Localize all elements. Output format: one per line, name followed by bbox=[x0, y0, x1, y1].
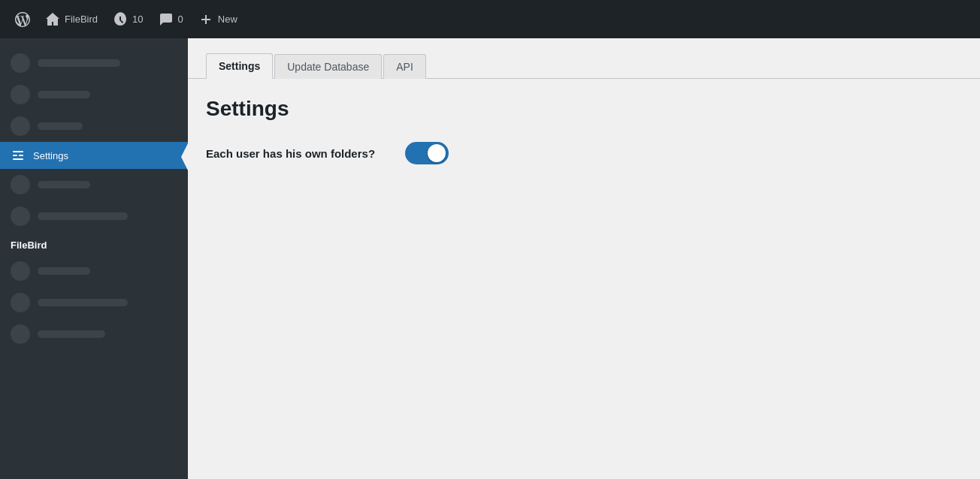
sidebar-item-1[interactable] bbox=[0, 47, 188, 79]
svg-rect-1 bbox=[19, 155, 23, 156]
tab-update-database[interactable]: Update Database bbox=[274, 54, 382, 79]
svg-rect-3 bbox=[13, 158, 23, 160]
toggle-thumb bbox=[428, 144, 446, 162]
comments-count: 0 bbox=[178, 14, 183, 25]
sidebar-item-settings[interactable]: Settings bbox=[0, 142, 188, 169]
sidebar-dot-5 bbox=[11, 206, 30, 226]
updates-icon bbox=[113, 12, 128, 27]
wordpress-icon bbox=[15, 12, 30, 27]
main-layout: Settings FileBird Settings Upd bbox=[0, 38, 980, 479]
comments-button[interactable]: 0 bbox=[153, 9, 189, 30]
sidebar-item-3[interactable] bbox=[0, 110, 188, 142]
sidebar-item-8[interactable] bbox=[0, 318, 188, 350]
user-folders-row: Each user has his own folders? bbox=[206, 142, 962, 164]
sidebar-label-2 bbox=[38, 91, 90, 98]
wp-logo-button[interactable] bbox=[9, 9, 36, 30]
settings-label: Settings bbox=[33, 150, 68, 161]
sidebar-item-7[interactable] bbox=[0, 287, 188, 318]
admin-bar: FileBird 10 0 New bbox=[0, 0, 980, 38]
sidebar-item-6[interactable] bbox=[0, 255, 188, 287]
sidebar-dot-4 bbox=[11, 175, 30, 194]
sidebar-dot-3 bbox=[11, 116, 30, 136]
new-label: New bbox=[218, 14, 237, 25]
svg-rect-0 bbox=[13, 155, 17, 156]
sidebar-dot-6 bbox=[11, 261, 30, 281]
toggle-track bbox=[405, 142, 449, 164]
settings-icon bbox=[11, 148, 26, 163]
sidebar-label-8 bbox=[38, 330, 105, 338]
sidebar-item-5[interactable] bbox=[0, 200, 188, 232]
tabs-bar: Settings Update Database API bbox=[188, 38, 980, 79]
updates-button[interactable]: 10 bbox=[107, 9, 149, 30]
sidebar-dot-1 bbox=[11, 53, 30, 73]
comments-icon bbox=[159, 12, 174, 27]
tab-api[interactable]: API bbox=[383, 54, 426, 79]
svg-rect-2 bbox=[13, 151, 23, 152]
home-icon bbox=[45, 12, 60, 27]
content-area: Settings Update Database API Settings Ea… bbox=[188, 38, 980, 479]
sidebar-label-6 bbox=[38, 267, 90, 275]
updates-count: 10 bbox=[132, 14, 143, 25]
sidebar-dot-7 bbox=[11, 293, 30, 312]
user-folders-label: Each user has his own folders? bbox=[206, 147, 375, 160]
tab-settings[interactable]: Settings bbox=[206, 53, 273, 79]
sidebar-label-1 bbox=[38, 59, 120, 67]
sidebar-dot-2 bbox=[11, 85, 30, 104]
sidebar-label-7 bbox=[38, 299, 128, 306]
user-folders-toggle[interactable] bbox=[405, 142, 449, 164]
sidebar-label-5 bbox=[38, 212, 128, 220]
new-content-button[interactable]: New bbox=[192, 9, 243, 30]
filebird-section-label: FileBird bbox=[0, 232, 188, 255]
site-name-button[interactable]: FileBird bbox=[39, 9, 104, 30]
site-name-label: FileBird bbox=[65, 14, 98, 25]
settings-content: Settings Each user has his own folders? bbox=[188, 79, 980, 197]
sidebar-item-4[interactable] bbox=[0, 169, 188, 200]
sidebar-dot-8 bbox=[11, 324, 30, 344]
sidebar-label-3 bbox=[38, 122, 83, 130]
page-title: Settings bbox=[206, 97, 962, 121]
plus-icon bbox=[198, 12, 213, 27]
sidebar: Settings FileBird bbox=[0, 38, 188, 479]
sidebar-item-2[interactable] bbox=[0, 79, 188, 110]
sidebar-label-4 bbox=[38, 181, 90, 188]
